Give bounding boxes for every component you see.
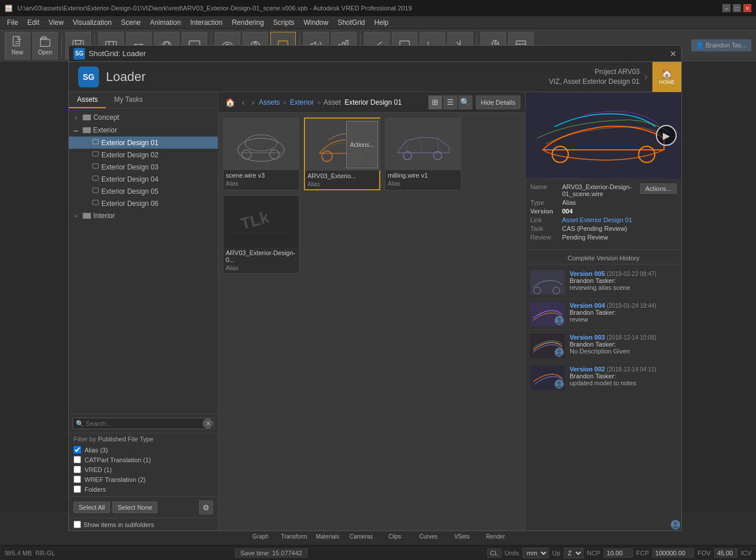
fov-input[interactable] <box>714 548 737 558</box>
select-all-button[interactable]: Select All <box>74 502 110 513</box>
asset-name-1: scene.wire v3 <box>223 170 299 180</box>
search-input[interactable] <box>72 418 214 429</box>
tree-item-exterior-design-02[interactable]: Exterior Design 02 <box>69 149 218 161</box>
version-num-002: Version 002 <box>570 366 605 373</box>
asset-thumb-1[interactable]: scene.wire v3 Alias <box>223 117 299 190</box>
expand-concept[interactable]: + <box>74 113 78 122</box>
maximize-button[interactable]: □ <box>733 4 741 12</box>
render-mode: RR-GL <box>35 550 55 557</box>
breadcrumb-exterior[interactable]: Exterior <box>290 98 314 106</box>
menu-help[interactable]: Help <box>370 17 394 28</box>
menu-file[interactable]: File <box>2 17 23 28</box>
filter-vred-checkbox[interactable] <box>74 466 81 473</box>
version-info-005: Version 005 (2019-02-22 08:47) Brandon T… <box>570 270 677 294</box>
menu-scene[interactable]: Scene <box>116 17 145 28</box>
up-select[interactable]: Z Y <box>564 548 583 558</box>
detail-task-row: Task CAS (Pending Review) <box>530 225 640 232</box>
version-history: Complete Version History <box>526 250 681 530</box>
asset-thumb-3[interactable]: milling.wire v1 Alias <box>385 117 461 190</box>
filter-alias-checkbox[interactable] <box>74 446 81 454</box>
curves-label: Curves <box>419 533 438 540</box>
sidebar-tree: + Concept – Exterior Exterior Design 01 <box>69 109 218 414</box>
asset-thumb-2[interactable]: Actions... ARV03_Exterio... Alias <box>304 117 380 190</box>
back-button[interactable]: ‹ <box>240 97 247 108</box>
detail-actions-button[interactable]: Actions... <box>640 183 677 194</box>
units-select[interactable]: mm cm m <box>523 548 549 558</box>
materials-label: Materials <box>316 533 340 540</box>
tab-assets[interactable]: Assets <box>69 92 106 108</box>
detail-review-row: Review Pending Review <box>530 234 640 241</box>
right-panel: ▶ Name ARV03_Exterior-Design-01_scene.wi… <box>525 92 681 530</box>
tree-item-interior[interactable]: + Interior <box>69 209 218 222</box>
show-subfolders-checkbox[interactable] <box>74 521 81 528</box>
fcp-input[interactable] <box>652 548 694 558</box>
hide-details-button[interactable]: Hide Details <box>476 95 520 109</box>
filter-vred: VRED (1) <box>74 465 213 474</box>
breadcrumb-sep-2: » <box>317 98 321 106</box>
search-clear-button[interactable]: ✕ <box>203 418 213 429</box>
minimize-button[interactable]: – <box>722 4 731 12</box>
close-button[interactable]: ✕ <box>743 4 751 12</box>
tree-item-exterior[interactable]: – Exterior <box>69 124 218 137</box>
filter-vred-label: VRED (1) <box>85 466 112 473</box>
menu-rendering[interactable]: Rendering <box>227 17 268 28</box>
version-num-005: Version 005 <box>570 270 605 277</box>
menu-scripts[interactable]: Scripts <box>269 17 299 28</box>
menu-window[interactable]: Window <box>299 17 333 28</box>
history-title: Complete Version History <box>528 252 679 264</box>
filter-wref-checkbox[interactable] <box>74 476 81 483</box>
search-assets-button[interactable]: 🔍 <box>458 95 472 109</box>
menu-interaction[interactable]: Interaction <box>185 17 227 28</box>
menu-visualization[interactable]: Visualization <box>68 17 116 28</box>
tree-item-exterior-design-01[interactable]: Exterior Design 01 <box>69 137 218 149</box>
loader-close-button[interactable]: ✕ <box>670 49 677 58</box>
home-button[interactable]: 🏠 HOME <box>652 62 681 92</box>
detail-type-value: Alias <box>562 199 576 206</box>
menu-shotgrid[interactable]: ShotGrid <box>333 17 369 28</box>
version-date-005: (2019-02-22 08:47) <box>607 271 656 277</box>
expand-interior[interactable]: + <box>74 211 78 220</box>
breadcrumb-current: Exterior Design 01 <box>344 98 402 106</box>
new-button[interactable]: New <box>5 32 30 60</box>
select-none-button[interactable]: Select None <box>112 502 157 513</box>
version-item-003[interactable]: Version 003 (2018-12-14 10:08) Brandon T… <box>528 330 679 362</box>
svg-point-68 <box>557 381 561 385</box>
open-label: Open <box>38 49 52 56</box>
breadcrumb-path: Assets » Exterior » Asset Exterior Desig… <box>259 98 402 106</box>
settings-gear-button[interactable]: ⚙ <box>199 500 213 514</box>
menu-animation[interactable]: Animation <box>145 17 185 28</box>
loader-header: SG Loader Project ARV03 VIZ, Asset Exter… <box>69 62 681 92</box>
filter-catpart-checkbox[interactable] <box>74 456 81 463</box>
menu-edit[interactable]: Edit <box>23 17 44 28</box>
menu-view[interactable]: View <box>44 17 68 28</box>
tree-item-exterior-design-03[interactable]: Exterior Design 03 <box>69 161 218 173</box>
tree-item-exterior-design-05[interactable]: Exterior Design 05 <box>69 185 218 197</box>
tree-item-exterior-design-06[interactable]: Exterior Design 06 <box>69 197 218 209</box>
detail-link-value: Asset Exterior Design 01 <box>562 216 632 223</box>
home-nav-button[interactable]: 🏠 <box>223 97 237 108</box>
nav-arrow[interactable]: › <box>644 71 648 83</box>
play-button[interactable]: ▶ <box>656 125 677 146</box>
ncp-input[interactable] <box>604 548 633 558</box>
breadcrumb-assets[interactable]: Assets <box>259 98 280 106</box>
asset-2-actions-button[interactable]: Actions... <box>346 121 378 168</box>
grid-view-button[interactable]: ⊞ <box>428 95 442 109</box>
filter-folders-label: Folders <box>85 486 106 493</box>
cameras-label: Cameras <box>350 533 373 540</box>
save-time-container: Save time: 15.077442 <box>58 548 483 558</box>
version-item-005[interactable]: Version 005 (2019-02-22 08:47) Brandon T… <box>528 267 679 299</box>
version-info-002: Version 002 (2018-12-14 04:11) Brandon T… <box>570 366 677 390</box>
tree-item-concept[interactable]: + Concept <box>69 111 218 124</box>
asset-thumb-4[interactable]: TLk ARV03_Exterior-Design-0... Alias <box>223 195 299 274</box>
tab-my-tasks[interactable]: My Tasks <box>106 92 151 108</box>
forward-button[interactable]: › <box>249 97 257 108</box>
list-view-button[interactable]: ☰ <box>443 95 457 109</box>
version-item-002[interactable]: Version 002 (2018-12-14 04:11) Brandon T… <box>528 362 679 394</box>
open-button[interactable]: Open <box>32 32 58 60</box>
tree-item-exterior-design-04[interactable]: Exterior Design 04 <box>69 173 218 185</box>
detail-name-value: ARV03_Exterior-Design-01_scene.wire <box>562 183 640 197</box>
version-item-004[interactable]: Version 004 (2019-01-24 18:44) Brandon T… <box>528 299 679 330</box>
project-info: Project ARV03 VIZ, Asset Exterior Design… <box>549 67 640 87</box>
filter-folders-checkbox[interactable] <box>74 485 81 493</box>
collapse-exterior[interactable]: – <box>74 126 78 135</box>
